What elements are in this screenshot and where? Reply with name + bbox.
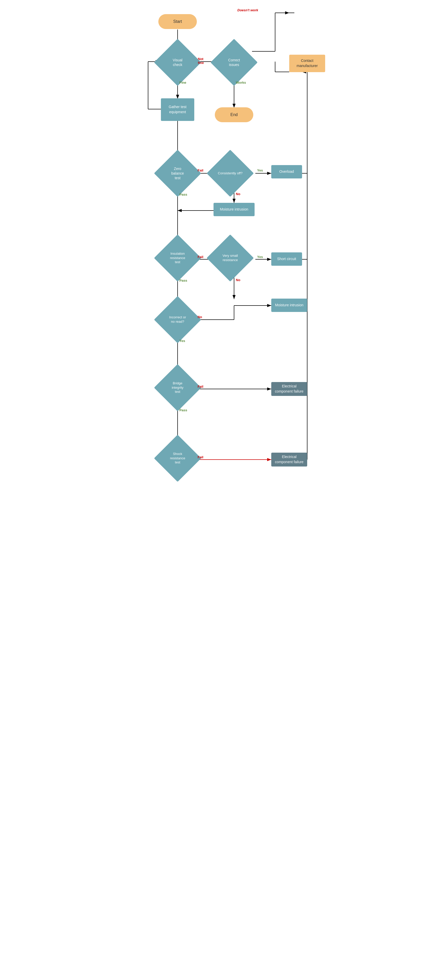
fail4-label: Fail xyxy=(198,455,203,459)
works-label: Works xyxy=(236,81,246,84)
yes1-label: Yes xyxy=(257,169,263,172)
bridge-integrity-label: Bridgeintegritytest xyxy=(161,371,194,404)
gather-equipment-rect: Gather testequipment xyxy=(161,98,194,121)
contact-manufacturer-rect: Contactmanufacturer xyxy=(289,55,325,72)
pass3-label: Pass xyxy=(180,408,187,412)
fail1-label: Fail xyxy=(198,169,203,172)
fail3-label: Fail xyxy=(198,385,203,388)
insulation-label: Insulationresistancetest xyxy=(161,241,194,275)
pass1-label: Pass xyxy=(180,192,187,196)
not-fine-label: Notfine xyxy=(198,57,204,65)
pass2-label: Pass xyxy=(180,278,187,282)
moisture1-rect: Moisture intrusion xyxy=(213,203,254,216)
no1-label: No xyxy=(236,192,240,196)
fine-label: Fine xyxy=(180,81,186,84)
moisture2-rect: Moisture intrusion xyxy=(271,299,307,312)
zero-balance-label: Zerobalancetest xyxy=(161,157,194,190)
visual-check-label: Visualcheck xyxy=(161,46,194,79)
overload-rect: Overload xyxy=(271,165,302,178)
flowchart: Doesn't work Start Visualcheck Correctis… xyxy=(133,0,312,980)
yes2-label: Yes xyxy=(257,255,263,259)
electrical1-rect: Electricalcomponent failure xyxy=(271,382,307,396)
end-node: End xyxy=(215,107,253,122)
start-node: Start xyxy=(158,14,197,29)
no3-label: No xyxy=(198,315,202,319)
arrows-svg xyxy=(133,0,312,980)
short-circuit-rect: Short circuit xyxy=(271,252,302,266)
no2-label: No xyxy=(236,278,240,282)
yes3-label: Yes xyxy=(180,339,185,343)
shock-label: Shockresistancetest xyxy=(161,442,194,475)
very-small-label: Very smallresistance xyxy=(213,241,247,275)
fail2-label: Fail xyxy=(198,255,203,259)
doesnt-work-label: Doesn't work xyxy=(237,8,258,12)
electrical2-rect: Electricalcomponent failure xyxy=(271,453,307,466)
consistently-off-label: Consistently off? xyxy=(213,157,247,190)
incorrect-read-label: Incorrect orno read? xyxy=(161,303,194,336)
correct-issues-label: Correctissues xyxy=(218,46,251,79)
